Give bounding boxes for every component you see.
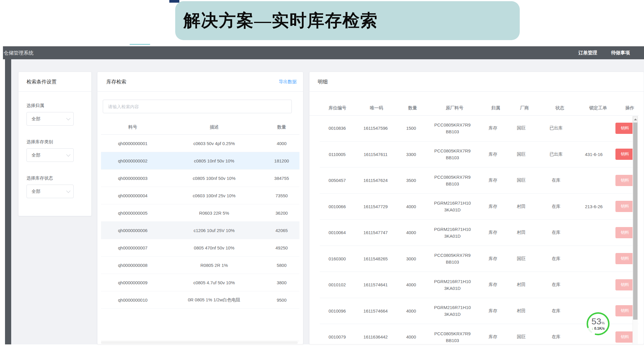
detail-cell-status: 在库 xyxy=(536,230,576,235)
detail-cell-location: 0110005 xyxy=(320,152,355,157)
inventory-cell-part: qh0000000001 xyxy=(101,141,165,146)
chevron-down-icon xyxy=(66,152,70,157)
detail-cell-location: 0010079 xyxy=(320,334,355,339)
consume-material-button[interactable]: 销料 xyxy=(615,305,634,316)
search-input[interactable] xyxy=(103,100,292,113)
inventory-row[interactable]: qh0000000009 c0805 4.7uf 50v 10% 3800 xyxy=(101,274,299,291)
inventory-cell-desc: 0805 470nf 50v 10% xyxy=(165,245,264,250)
detail-cell-location: 0010102 xyxy=(320,282,355,287)
detail-cell-status: 在库 xyxy=(536,334,576,340)
inventory-table-body: qh0000000001 c0603 50v 4pf 0.25% 4000 qh… xyxy=(101,135,299,309)
deco-teal-dash xyxy=(130,44,150,45)
detail-cell-status: 在库 xyxy=(536,178,576,183)
scroll-up-button[interactable] xyxy=(633,116,638,123)
consume-material-button[interactable]: 销料 xyxy=(615,227,634,238)
consume-material-button[interactable]: 销料 xyxy=(615,201,634,212)
category-select[interactable]: 全部 xyxy=(27,148,74,162)
chevron-down-icon xyxy=(66,189,70,193)
detail-panel-title: 明细 xyxy=(318,78,328,85)
inventory-cell-part: qh0000000008 xyxy=(101,263,165,268)
filter-panel-title: 检索条件设置 xyxy=(19,72,91,92)
inventory-cell-desc: c0603 100nf 25v 10% xyxy=(165,193,264,198)
filter-label: 选择库存类别 xyxy=(27,139,83,145)
consume-material-button[interactable]: 销料 xyxy=(615,279,634,290)
page-title: 解决方案—实时库存检索 xyxy=(183,9,378,32)
detail-cell-status: 在库 xyxy=(536,204,576,209)
filter-label: 选择库存状态 xyxy=(27,175,83,181)
inventory-cell-qty: 4000 xyxy=(264,141,299,146)
detail-cell-locked-order: 431-6-16 xyxy=(576,152,611,157)
inventory-table-header: 料号 描述 数量 xyxy=(101,120,299,135)
download-progress-badge[interactable]: 53% ↓ 0.1K/s xyxy=(587,312,610,335)
consume-material-button[interactable]: 销料 xyxy=(615,253,634,264)
consume-material-button[interactable]: 销料 xyxy=(615,123,634,134)
detail-panel: 明细 库位编号 唯一码 数量 原厂料号 归属 厂商 状态 锁定工单 操作 001… xyxy=(309,72,644,344)
detail-cell-part-number: PCC0805KRX7R9BB103 xyxy=(426,147,479,161)
detail-cell-owner: 库存 xyxy=(479,125,507,131)
export-data-link[interactable]: 导出数据 xyxy=(279,79,297,85)
status-select[interactable]: 全部 xyxy=(27,185,74,198)
detail-cell-status: 在库 xyxy=(536,256,576,262)
inventory-cell-qty: 36200 xyxy=(264,211,299,216)
inventory-row[interactable]: qh0000000001 c0603 50v 4pf 0.25% 4000 xyxy=(101,135,299,152)
column-header-part-number: 原厂料号 xyxy=(427,104,482,111)
title-banner: 解决方案—实时库存检索 xyxy=(175,1,520,40)
inventory-cell-qty: 49250 xyxy=(264,245,299,250)
column-header-locked-order: 锁定工单 xyxy=(580,105,616,111)
detail-cell-qty: 3000 xyxy=(397,256,426,261)
inventory-horizontal-scrollbar[interactable] xyxy=(101,341,298,344)
inventory-row[interactable]: qh0000000010 0R 0805 1% 1/2w白色电阻 9500 xyxy=(101,291,299,309)
detail-cell-part-number: PGRM216R71H103KA01D xyxy=(426,226,479,240)
detail-cell-uid: 1611547747 xyxy=(355,230,397,235)
detail-cell-status: 已出库 xyxy=(536,152,576,157)
inventory-cell-qty: 5800 xyxy=(264,263,299,268)
inventory-row[interactable]: qh0000000006 c1206 10uf 25V 10% 42065 xyxy=(101,222,299,239)
deco-navy-chip xyxy=(169,0,179,3)
detail-cell-part-number: PCC0805KRX7R9BB103 xyxy=(426,330,479,344)
detail-scrollbar[interactable] xyxy=(633,116,638,344)
collapsed-sidebar xyxy=(5,59,11,344)
detail-cell-location: 0010066 xyxy=(320,204,355,209)
inventory-cell-desc: 0R 0805 1% 1/2w白色电阻 xyxy=(165,297,264,303)
detail-cell-vendor: 国巨 xyxy=(507,256,536,262)
detail-row: 0110005 1611547611 3300 PCC0805KRX7R9BB1… xyxy=(320,142,639,168)
detail-cell-part-number: PGRM216R71H103KA01D xyxy=(426,304,479,318)
inventory-row[interactable]: qh0000000002 c0805 10nf 50v 10% 181200 xyxy=(101,152,299,170)
detail-cell-vendor: 村田 xyxy=(507,282,536,287)
inventory-panel-title: 库存检索 xyxy=(106,78,126,85)
detail-cell-location: 0010096 xyxy=(320,308,355,313)
detail-cell-location: 0050457 xyxy=(320,178,355,183)
detail-row: 0010102 1611574641 4000 PGRM216R71H103KA… xyxy=(320,272,639,298)
inventory-bottom-divider xyxy=(101,341,299,341)
detail-cell-vendor: 村田 xyxy=(507,230,536,235)
inventory-row[interactable]: qh0000000007 0805 470nf 50v 10% 49250 xyxy=(101,239,299,257)
inventory-cell-qty: 384755 xyxy=(264,176,299,181)
inventory-cell-qty: 9500 xyxy=(264,298,299,303)
filter-group-status: 选择库存状态 全部 xyxy=(27,175,83,198)
detail-cell-qty: 3300 xyxy=(397,152,426,157)
consume-material-button[interactable]: 销料 xyxy=(615,149,634,160)
inventory-cell-part: qh0000000005 xyxy=(101,211,165,216)
scrollbar-thumb[interactable] xyxy=(633,123,638,320)
owner-select[interactable]: 全部 xyxy=(27,112,74,126)
inventory-cell-part: qh0000000006 xyxy=(101,228,165,233)
inventory-row[interactable]: qh0000000004 c0603 100nf 25v 10% 73550 xyxy=(101,187,299,204)
inventory-cell-qty: 3800 xyxy=(264,280,299,285)
detail-cell-owner: 库存 xyxy=(479,152,507,157)
nav-order-management[interactable]: 订单管理 xyxy=(578,50,597,56)
inventory-cell-desc: R0805 2R 1% xyxy=(165,263,264,268)
inventory-row[interactable]: qh0000000005 R0603 22R 5% 36200 xyxy=(101,204,299,222)
consume-material-button[interactable]: 销料 xyxy=(615,331,634,343)
consume-material-button[interactable]: 销料 xyxy=(615,175,634,186)
detail-table-body: 0010836 1611547596 1500 PCC0805KRX7R9BB1… xyxy=(320,115,639,344)
detail-cell-part-number: PGRM216R71H103KA01D xyxy=(426,200,479,213)
column-header-status: 状态 xyxy=(539,105,580,111)
inventory-row[interactable]: qh0000000003 c0805 100nf 50v 10% 384755 xyxy=(101,170,299,187)
detail-cell-qty: 3500 xyxy=(397,178,426,183)
nav-todo-items[interactable]: 待做事项 xyxy=(611,50,630,56)
column-header-action: 操作 xyxy=(616,105,644,111)
detail-cell-status: 在库 xyxy=(536,282,576,287)
column-header-qty: 数量 xyxy=(264,124,299,130)
detail-cell-owner: 库存 xyxy=(479,178,507,183)
inventory-row[interactable]: qh0000000008 R0805 2R 1% 5800 xyxy=(101,257,299,274)
